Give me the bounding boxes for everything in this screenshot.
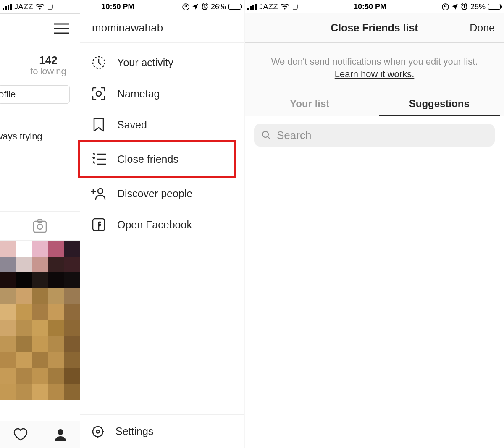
drawer-username: mominawahab [80, 13, 244, 43]
close-friends-list-icon [91, 153, 106, 165]
alarm-icon [461, 3, 468, 10]
status-bar-left: JAZZ 10:50 PM 26% [0, 0, 244, 13]
drawer-item-label: Your activity [117, 57, 173, 69]
done-button[interactable]: Done [470, 22, 495, 34]
tab-your-list[interactable]: Your list [245, 91, 375, 116]
status-bar-right: JAZZ 10:50 PM 25% [245, 0, 504, 13]
activity-heart-icon[interactable] [13, 428, 28, 441]
side-drawer: mominawahab Your activity Nametag [80, 13, 244, 448]
location-icon [452, 3, 458, 10]
svg-point-3 [37, 224, 42, 229]
orientation-lock-icon [182, 3, 189, 10]
close-friends-header: Close Friends list Done [245, 13, 504, 43]
battery-icon [228, 4, 241, 10]
loading-spinner-icon [47, 3, 53, 10]
edit-profile-button[interactable]: ofile [0, 85, 70, 104]
profile-tab-icon[interactable] [54, 428, 67, 441]
learn-how-link[interactable]: Learn how it works. [335, 69, 415, 79]
carrier-label: JAZZ [259, 3, 278, 11]
bookmark-icon [91, 118, 106, 132]
signal-icon [3, 4, 12, 10]
close-friends-tabs: Your list Suggestions [245, 91, 504, 116]
bio-text-partial: . Always trying [0, 131, 80, 142]
svg-point-7 [96, 91, 101, 96]
drawer-item-label: Settings [116, 425, 153, 438]
battery-pct: 26% [211, 3, 226, 11]
svg-point-8 [98, 189, 103, 194]
svg-point-11 [97, 430, 100, 433]
gear-icon [91, 425, 105, 438]
page-title: Close Friends list [331, 22, 418, 34]
wifi-icon [36, 4, 44, 10]
close-friends-notice: We don't send notifications when you edi… [245, 43, 504, 91]
drawer-item-discover-people[interactable]: Discover people [80, 178, 244, 209]
status-time: 10:50 PM [354, 3, 386, 11]
loading-spinner-icon [291, 3, 298, 10]
following-count[interactable]: 142 [17, 54, 80, 67]
drawer-item-settings[interactable]: Settings [80, 414, 244, 448]
drawer-item-label: Nametag [117, 88, 160, 100]
drawer-item-nametag[interactable]: Nametag [80, 78, 244, 109]
status-time: 10:50 PM [101, 3, 134, 11]
discover-people-icon [91, 187, 106, 200]
drawer-item-your-activity[interactable]: Your activity [80, 47, 244, 78]
svg-rect-2 [34, 221, 46, 232]
search-input[interactable] [254, 124, 495, 147]
drawer-item-label: Discover people [117, 188, 192, 200]
tab-suggestions[interactable]: Suggestions [375, 91, 504, 116]
activity-clock-icon [91, 55, 106, 70]
carrier-label: JAZZ [14, 3, 33, 11]
svg-point-10 [93, 427, 103, 437]
nametag-icon [91, 86, 106, 101]
drawer-item-label: Saved [117, 119, 147, 131]
drawer-item-label: Close friends [117, 153, 178, 165]
wifi-icon [281, 4, 289, 10]
bottom-tab-bar [0, 421, 80, 448]
drawer-item-close-friends[interactable]: Close friends [80, 140, 244, 178]
battery-pct: 25% [470, 3, 486, 11]
drawer-item-open-facebook[interactable]: Open Facebook [80, 209, 244, 240]
menu-icon[interactable] [54, 23, 69, 34]
signal-icon [247, 4, 257, 10]
profile-screen-partial: rs 142 following ofile . Always trying [0, 13, 80, 448]
photo-grid-pixelated [0, 241, 80, 400]
alarm-icon [201, 3, 208, 10]
tagged-photos-icon[interactable] [33, 219, 47, 233]
drawer-item-label: Open Facebook [117, 219, 192, 231]
search-icon [262, 131, 271, 140]
facebook-icon [91, 218, 106, 231]
battery-icon [488, 4, 501, 10]
svg-point-5 [58, 429, 63, 435]
drawer-item-saved[interactable]: Saved [80, 109, 244, 140]
orientation-lock-icon [442, 3, 449, 10]
following-label: following [17, 66, 80, 77]
location-icon [192, 3, 199, 10]
